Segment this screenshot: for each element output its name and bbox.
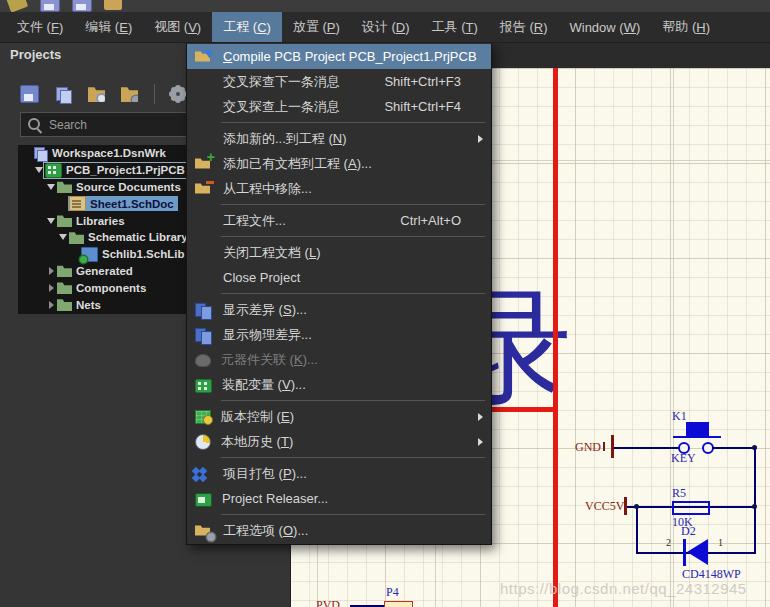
show-physical-differences-icon	[195, 327, 213, 343]
open-folder-icon[interactable]	[104, 0, 122, 10]
d2-cathode-bar	[683, 539, 686, 566]
folder-search-icon[interactable]	[88, 86, 105, 102]
menu-item-close-project[interactable]: Close Project	[187, 265, 491, 290]
menu-item-cross-probe-next-message[interactable]: 交叉探查下一条消息Shift+Ctrl+F3	[187, 69, 491, 94]
folder-icon	[57, 214, 72, 227]
menubar-item-place[interactable]: 放置 (P)	[282, 12, 351, 42]
menu-item-label: 关闭工程文档 (L)	[223, 244, 321, 262]
menu-item-shortcut: Ctrl+Alt+O	[400, 213, 483, 228]
menubar-item-help[interactable]: 帮助 (H)	[651, 12, 721, 42]
icon-gutter	[195, 270, 213, 286]
project-options-icon	[195, 523, 213, 539]
menubar-item-project[interactable]: 工程 (C)	[212, 12, 282, 42]
save-all-icon[interactable]	[72, 0, 92, 12]
red-border-horizontal	[488, 407, 558, 412]
folder-icon	[57, 180, 72, 193]
expand-arrow-icon[interactable]	[46, 267, 56, 275]
menu-item-show-physical-differences[interactable]: 显示物理差异...	[187, 322, 491, 347]
menu-item-label: 添加已有文档到工程 (A)...	[223, 155, 372, 173]
version-control-icon	[195, 410, 211, 424]
folder-icon	[57, 298, 72, 311]
k1-designator: K1	[672, 409, 687, 424]
menubar-item-design[interactable]: 设计 (D)	[351, 12, 421, 42]
menu-separator	[187, 233, 491, 240]
menu-item-label: 工程文件...	[223, 212, 286, 230]
menu-item-add-new-to-project[interactable]: 添加新的...到工程 (N)	[187, 126, 491, 151]
save-project-icon[interactable]	[20, 85, 39, 103]
r5-resistor-body	[672, 501, 710, 515]
save-icon[interactable]	[40, 0, 60, 12]
menu-item-project-options[interactable]: 工程选项 (O)...	[187, 518, 491, 543]
menu-item-cross-probe-prev-message[interactable]: 交叉探查上一条消息Shift+Ctrl+F4	[187, 94, 491, 119]
schdoc-icon	[69, 196, 86, 211]
menu-item-label: 交叉探查下一条消息	[223, 73, 340, 91]
project-packager-icon	[195, 467, 213, 483]
menu-item-version-control[interactable]: 版本控制 (E)	[187, 404, 491, 429]
menu-item-shortcut: Shift+Ctrl+F4	[384, 99, 483, 114]
menu-item-add-existing-to-project[interactable]: 添加已有文档到工程 (A)...	[187, 151, 491, 176]
menubar-item-file[interactable]: 文件 (F)	[6, 12, 74, 42]
copy-documents-icon[interactable]	[55, 86, 72, 102]
icon-gutter	[195, 213, 213, 229]
menubar: 文件 (F)编辑 (E)视图 (V)工程 (C)放置 (P)设计 (D)工具 (…	[0, 12, 770, 43]
menu-item-close-project-documents[interactable]: 关闭工程文档 (L)	[187, 240, 491, 265]
menu-item-label: 元器件关联 (K)...	[221, 351, 318, 369]
menu-item-component-links[interactable]: 元器件关联 (K)...	[187, 347, 491, 372]
expand-arrow-icon[interactable]	[58, 234, 68, 240]
project-dropdown-menu: Compile PCB Project PCB_Project1.PrjPCB交…	[186, 42, 492, 545]
tree-item-label: Generated	[76, 265, 133, 277]
wire-right-vertical	[754, 448, 756, 554]
tree-item-label: Sheet1.SchDoc	[90, 198, 174, 210]
menu-item-local-history[interactable]: 本地历史 (T)	[187, 429, 491, 454]
menu-item-remove-from-project[interactable]: 从工程中移除...	[187, 176, 491, 201]
menu-item-label: Compile PCB Project PCB_Project1.PrjPCB	[223, 49, 477, 64]
menu-item-compile-project[interactable]: Compile PCB Project PCB_Project1.PrjPCB	[187, 44, 491, 69]
panel-title: Projects	[10, 47, 61, 62]
menu-separator	[187, 454, 491, 461]
window-title-strip	[0, 0, 770, 12]
menubar-item-tools[interactable]: 工具 (T)	[421, 12, 489, 42]
junction-dot	[752, 504, 757, 509]
red-border-vertical	[553, 68, 558, 607]
menubar-item-edit[interactable]: 编辑 (E)	[74, 12, 143, 42]
assembly-variants-icon	[195, 379, 212, 393]
icon-gutter	[195, 99, 213, 115]
folder-icon	[57, 264, 72, 277]
folder-icon	[69, 231, 84, 244]
expand-arrow-icon[interactable]	[46, 218, 56, 224]
vcc-power-label: VCC5V	[585, 499, 624, 514]
menu-item-project-documents[interactable]: 工程文件...Ctrl+Alt+O	[187, 208, 491, 233]
search-icon	[28, 118, 40, 130]
component-links-icon	[195, 354, 211, 367]
menu-item-show-differences[interactable]: 显示差异 (S)...	[187, 297, 491, 322]
show-differences-icon	[195, 302, 213, 318]
d2-diode-triangle	[687, 539, 708, 565]
menu-item-label: 项目打包 (P)...	[223, 465, 307, 483]
expand-arrow-icon[interactable]	[46, 301, 56, 309]
menubar-item-view[interactable]: 视图 (V)	[143, 12, 212, 42]
panel-settings-gear-icon[interactable]	[173, 89, 183, 99]
edit-tool-icon[interactable]	[6, 0, 28, 13]
tree-item-label: Components	[76, 282, 146, 294]
menubar-item-reports[interactable]: 报告 (R)	[489, 12, 559, 42]
menu-item-label: 装配变量 (V)...	[222, 376, 306, 394]
menu-item-project-releaser[interactable]: Project Releaser...	[187, 486, 491, 511]
pvd-net-label: PVD	[316, 598, 340, 607]
wire-left-vertical	[636, 508, 638, 554]
expand-arrow-icon[interactable]	[46, 284, 56, 292]
menu-item-project-packager[interactable]: 项目打包 (P)...	[187, 461, 491, 486]
panel-toolbar	[20, 80, 183, 108]
folder-icon	[57, 281, 72, 294]
tree-item-label: Nets	[76, 299, 101, 311]
menu-separator	[187, 201, 491, 208]
expand-arrow-icon[interactable]	[46, 184, 56, 190]
menu-item-assembly-variants[interactable]: 装配变量 (V)...	[187, 372, 491, 397]
menu-separator	[187, 119, 491, 126]
expand-arrow-icon[interactable]	[34, 167, 44, 173]
tree-item-label: Libraries	[76, 215, 125, 227]
schlib-icon	[81, 247, 98, 262]
menu-item-shortcut: Shift+Ctrl+F3	[384, 74, 483, 89]
compile-project-icon	[195, 49, 213, 65]
folder-settings-icon[interactable]	[121, 86, 138, 102]
menubar-item-window[interactable]: Window (W)	[558, 12, 651, 42]
